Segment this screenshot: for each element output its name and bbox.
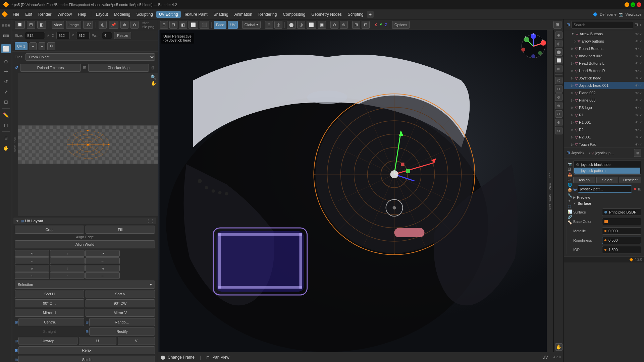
workspace-layout[interactable]: Layout <box>93 11 111 18</box>
arrow-center[interactable]: · <box>50 257 85 264</box>
uv-snap-icon[interactable]: ⊕ <box>120 21 128 29</box>
props-modifier-icon[interactable]: 🔧 <box>568 193 572 198</box>
v-btn[interactable]: V <box>118 337 155 345</box>
reload-textures-btn[interactable]: Reload Textures <box>20 64 81 72</box>
outliner-r1-001[interactable]: ▷ ▽ R1.001 👁 ✓ <box>564 119 644 126</box>
check-icon-15[interactable]: ✓ <box>639 135 642 139</box>
preview-section[interactable]: ▶ Preview <box>573 195 641 200</box>
uv-select-icon[interactable]: ◎ <box>99 21 107 29</box>
props-material-icon[interactable]: ◎ <box>568 204 572 208</box>
menu-file[interactable]: File <box>10 11 22 18</box>
uv-zoom-icon[interactable]: 🔍 <box>151 74 156 80</box>
uv-header-icon1[interactable]: 🔲 <box>15 21 25 29</box>
workspace-shading[interactable]: Shading <box>211 11 231 18</box>
outliner-ps-logo[interactable]: ▷ ▽ PS logo 👁 ✓ <box>564 104 644 111</box>
vp-shading4[interactable]: ▣ <box>318 21 326 29</box>
x-input[interactable] <box>56 32 70 39</box>
props-render-icon[interactable]: 🖼 <box>568 167 572 171</box>
vp-icon1[interactable]: ⊕ <box>265 21 273 29</box>
workspace-sculpting[interactable]: Sculpting <box>134 11 156 18</box>
surface-section-header[interactable]: ▼ Surface <box>573 201 641 206</box>
align-world-btn[interactable]: Align World <box>15 240 155 248</box>
arrow-br[interactable]: ↘ <box>85 265 120 272</box>
props-object-icon[interactable]: 📦 <box>568 188 572 192</box>
mirror-v-btn[interactable]: Mirror V <box>86 309 155 317</box>
outliner-arrow-buttons-child[interactable]: ▷ ▽ arrow buttons 👁 ✓ <box>564 38 644 45</box>
eye-icon-15[interactable]: 👁 <box>635 135 639 139</box>
vp-icon2[interactable]: ◎ <box>274 21 282 29</box>
u-btn[interactable]: U <box>79 337 116 345</box>
arrow-tr[interactable]: ↗ <box>85 250 120 257</box>
pa-input[interactable] <box>102 32 112 39</box>
crop-btn[interactable]: Crop <box>15 226 84 234</box>
select-mat-btn[interactable]: Select <box>596 177 618 183</box>
menu-help[interactable]: Help <box>75 11 89 18</box>
vp-uv-icon3[interactable]: ◧ <box>179 21 187 29</box>
menu-render[interactable]: Render <box>36 11 54 18</box>
vp-shading1[interactable]: ⬤ <box>287 21 296 29</box>
vp-shading3[interactable]: ⬜ <box>307 21 316 29</box>
face-mode-btn[interactable]: Face <box>214 21 226 29</box>
uv-layout-header[interactable]: ▼ ⊞ UV Layout ⋮⋮ <box>13 218 156 224</box>
eye-icon-13[interactable]: 👁 <box>635 121 639 124</box>
outliner-plane-002[interactable]: ▷ ▽ Plane.002 👁 ✓ <box>564 89 644 97</box>
check-icon-1[interactable]: ✓ <box>639 32 642 36</box>
check-icon-6[interactable]: ✓ <box>639 69 642 73</box>
uv-header-icon2[interactable]: ⊞ <box>27 21 35 29</box>
workspace-uv-editing[interactable]: UV Editing <box>156 11 181 18</box>
vp-right-icon5[interactable]: ⊞ <box>555 65 562 72</box>
props-output-icon[interactable]: 📤 <box>568 172 572 177</box>
resize-btn[interactable]: Resize <box>114 32 131 39</box>
eye-icon-6[interactable]: 👁 <box>635 69 639 73</box>
stitch-btn[interactable]: Stitch <box>18 356 155 362</box>
outliner-round-buttons[interactable]: ▷ ▽ Round Buttons 👁 ✓ <box>564 45 644 52</box>
unwrap-btn[interactable]: Unwrap <box>18 337 77 345</box>
mat-extra-icon[interactable]: ⊞ <box>638 187 641 191</box>
add-workspace-btn[interactable]: + <box>367 11 374 18</box>
outliner-r2[interactable]: ▷ ▽ R2 👁 ✓ <box>564 126 644 133</box>
props-constraint-icon[interactable]: 🔗 <box>568 215 572 219</box>
eye-icon-5[interactable]: 👁 <box>635 62 639 65</box>
eye-icon-2[interactable]: 👁 <box>635 40 639 43</box>
menu-window[interactable]: Window <box>55 11 74 18</box>
check-icon-12[interactable]: ✓ <box>639 113 642 117</box>
workspace-animation[interactable]: Animation <box>232 11 255 18</box>
outliner-head-buttons-l[interactable]: ▷ ▽ Head Buttons L 👁 ✓ <box>564 60 644 67</box>
outliner-joystick-head[interactable]: ▷ ▽ Joystick head 👁 ✓ <box>564 74 644 82</box>
eye-icon-11[interactable]: 👁 <box>635 106 639 110</box>
outliner-touch-pad[interactable]: ▷ ▽ Touch Pad 👁 ✓ <box>564 141 644 147</box>
eye-icon-10[interactable]: 👁 <box>635 99 639 102</box>
vp-gizmo-icon[interactable]: ⊚ <box>340 21 348 29</box>
outliner-r2-001[interactable]: ▷ ▽ R2.001 👁 ✓ <box>564 133 644 141</box>
props-scene-icon[interactable]: 📷 <box>568 162 572 166</box>
mat-search-field[interactable]: joystick patt… <box>578 185 632 193</box>
menu-edit[interactable]: Edit <box>22 11 35 18</box>
vp-right-icon3[interactable]: ⬤ <box>555 48 562 56</box>
vp-right-icon11[interactable]: ⊗ <box>555 119 562 126</box>
vp-right-icon4[interactable]: ⬜ <box>555 57 562 64</box>
vp-right-icon7[interactable]: ⊙ <box>555 85 562 93</box>
arrow-t[interactable]: ↑ <box>50 250 85 257</box>
arrow-r2[interactable]: → <box>85 272 120 279</box>
arrow-center2[interactable]: · <box>50 272 85 279</box>
uv-uv-menu[interactable]: UV <box>83 21 93 29</box>
eye-icon-14[interactable]: 👁 <box>635 128 639 132</box>
vp-right-icon9[interactable]: ⊛ <box>555 102 562 109</box>
check-icon-3[interactable]: ✓ <box>639 47 642 51</box>
outliner-black-part[interactable]: ▷ ▽ black part.002 👁 ✓ <box>564 52 644 60</box>
vp-right-icon10[interactable]: ⊝ <box>555 110 562 118</box>
workspace-scripting[interactable]: Scripting <box>345 11 366 18</box>
vp-shading2[interactable]: ◎ <box>297 21 305 29</box>
metallic-value[interactable]: 0.000 <box>602 227 641 235</box>
eye-icon-3[interactable]: 👁 <box>635 47 639 51</box>
outliner-arrow-buttons[interactable]: ▼ ▽ Arrow Buttons 👁 ✓ <box>564 30 644 38</box>
vp-right-icon13[interactable]: ✋ <box>555 343 562 351</box>
scale-tool-btn[interactable]: ⤢ <box>1 87 11 97</box>
material-joystick-pattern[interactable]: joystick pattern <box>574 168 640 174</box>
assign-btn[interactable]: Assign <box>573 177 595 183</box>
vp-right-icon6[interactable]: ⬡ <box>555 77 562 84</box>
uv-plus-btn[interactable]: + <box>30 42 36 50</box>
uv1-select[interactable]: UV 1 <box>15 42 28 50</box>
size-input[interactable] <box>25 32 45 39</box>
arrow-l2[interactable]: ← <box>15 272 49 279</box>
